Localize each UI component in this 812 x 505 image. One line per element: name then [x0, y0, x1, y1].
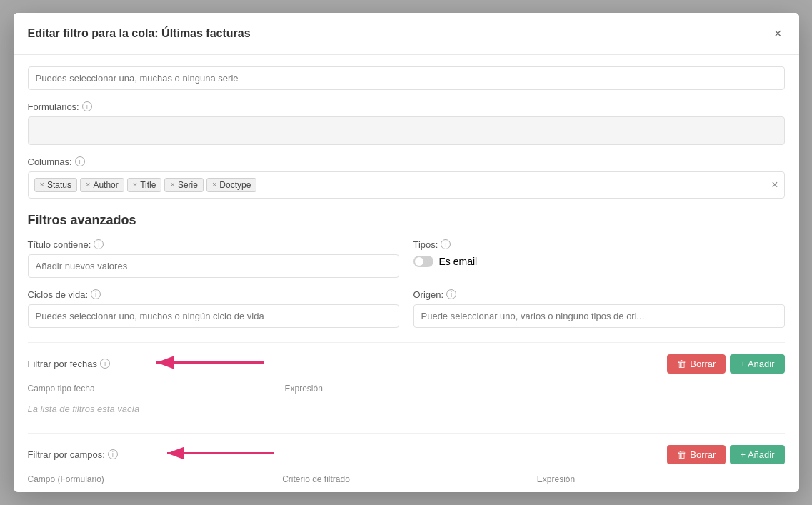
trash-icon: 🗑: [677, 359, 686, 369]
arrow-annotation-fechas: [135, 345, 278, 383]
origen-section: Origen: i: [413, 289, 785, 328]
tag-title[interactable]: × Title: [127, 178, 162, 192]
filtrar-fechas-info-icon: i: [100, 359, 110, 369]
tag-title-remove[interactable]: ×: [133, 181, 137, 189]
filtrar-campos-header: Filtrar por campos: i: [28, 445, 785, 464]
close-button[interactable]: ×: [771, 24, 785, 43]
modal: Editar filtro para la cola: Últimas fact…: [14, 13, 799, 493]
titulo-input[interactable]: [28, 254, 399, 278]
origen-label: Origen: i: [413, 289, 785, 300]
titulo-section: Título contiene: i: [28, 239, 399, 278]
filtrar-campos-borrar-button[interactable]: 🗑 Borrar: [667, 445, 726, 464]
modal-overlay: Editar filtro para la cola: Últimas fact…: [0, 0, 812, 505]
columnas-info-icon: i: [75, 156, 85, 166]
tag-status[interactable]: × Status: [34, 178, 77, 192]
series-input[interactable]: [28, 66, 785, 90]
tag-doctype[interactable]: × Doctype: [206, 178, 256, 192]
titulo-tipos-row: Título contiene: i Tipos: i Es email: [28, 239, 785, 278]
tag-serie-remove[interactable]: ×: [170, 181, 174, 189]
tag-author-remove[interactable]: ×: [86, 181, 90, 189]
filtrar-fechas-table-header: Campo tipo fecha Expresión: [28, 381, 785, 396]
ciclos-info-icon: i: [91, 289, 101, 299]
ciclos-label: Ciclos de vida: i: [28, 289, 399, 300]
titulo-info-icon: i: [94, 239, 104, 249]
formularios-label: Formularios: i: [28, 101, 785, 112]
filtrar-campos-info-icon: i: [108, 449, 118, 459]
filtrar-fechas-empty: La lista de filtros esta vacía: [28, 399, 785, 419]
columnas-label: Columnas: i: [28, 156, 785, 167]
tag-status-remove[interactable]: ×: [40, 181, 44, 189]
origen-input[interactable]: [413, 304, 785, 328]
columnas-section: Columnas: i × Status × Author × Title: [28, 156, 785, 199]
advanced-filters-title: Filtros avanzados: [28, 213, 785, 228]
filtrar-campos-table-header: Campo (Formulario) Criterio de filtrado …: [28, 471, 785, 487]
tag-doctype-remove[interactable]: ×: [212, 181, 216, 189]
filtrar-fechas-header: Filtrar por fechas i: [28, 354, 785, 374]
tag-author[interactable]: × Author: [80, 178, 124, 192]
filtrar-fechas-section: Filtrar por fechas i: [28, 342, 785, 419]
trash-icon-campos: 🗑: [677, 449, 686, 460]
columnas-tags-container[interactable]: × Status × Author × Title × Serie: [28, 171, 785, 199]
email-label: Es email: [439, 256, 478, 267]
filtrar-fechas-label: Filtrar por fechas i: [28, 359, 111, 369]
filtrar-campos-buttons: 🗑 Borrar + Añadir: [667, 445, 784, 464]
ciclos-section: Ciclos de vida: i: [28, 289, 399, 328]
arrow-annotation-campos: [146, 436, 289, 474]
filtrar-campos-anadir-button[interactable]: + Añadir: [730, 445, 784, 464]
tag-serie[interactable]: × Serie: [164, 178, 203, 192]
filtrar-fechas-buttons: 🗑 Borrar + Añadir: [667, 354, 784, 374]
series-section: [28, 66, 785, 90]
formularios-input[interactable]: [28, 116, 785, 145]
filtrar-campos-empty: La lista de filtros esta vacía: [28, 490, 785, 493]
filtrar-fechas-anadir-button[interactable]: + Añadir: [730, 354, 784, 374]
tags-clear-button[interactable]: ×: [771, 179, 778, 191]
modal-header: Editar filtro para la cola: Últimas fact…: [14, 13, 799, 55]
filtrar-campos-label: Filtrar por campos: i: [28, 449, 118, 460]
ciclos-origen-row: Ciclos de vida: i Origen: i: [28, 289, 785, 328]
tipos-label: Tipos: i: [413, 239, 785, 250]
email-checkbox-row: Es email: [413, 256, 785, 267]
modal-body: Formularios: i Columnas: i × Status: [14, 66, 799, 493]
titulo-label: Título contiene: i: [28, 239, 399, 250]
tipos-info-icon: i: [441, 239, 451, 249]
formularios-section: Formularios: i: [28, 101, 785, 145]
modal-title: Editar filtro para la cola: Últimas fact…: [28, 27, 251, 40]
filtrar-fechas-borrar-button[interactable]: 🗑 Borrar: [667, 354, 726, 374]
ciclos-input[interactable]: [28, 304, 399, 328]
filtrar-campos-section: Filtrar por campos: i: [28, 433, 785, 493]
origen-info-icon: i: [446, 289, 456, 299]
formularios-info-icon: i: [82, 101, 92, 111]
email-toggle[interactable]: [413, 256, 433, 267]
tipos-section: Tipos: i Es email: [413, 239, 785, 278]
